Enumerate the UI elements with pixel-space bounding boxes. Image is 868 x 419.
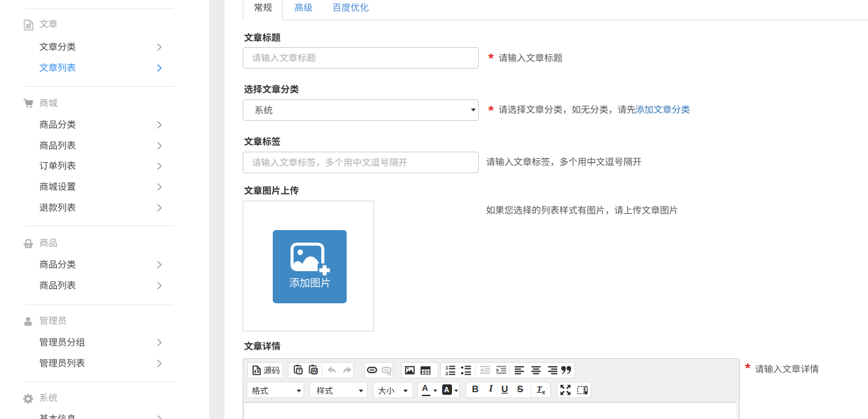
svg-text:W: W bbox=[312, 369, 317, 373]
svg-text:2: 2 bbox=[445, 371, 448, 376]
svg-text:T: T bbox=[298, 369, 301, 373]
svg-text:1: 1 bbox=[445, 365, 448, 371]
